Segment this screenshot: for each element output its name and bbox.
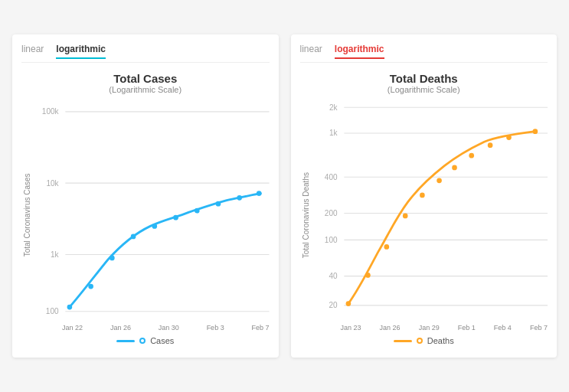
cases-dot-2	[88, 284, 93, 289]
deaths-legend-label: Deaths	[427, 336, 454, 345]
deaths-x-label-2: Jan 26	[380, 324, 401, 332]
cases-svg-area: 100k 10k 1k 100	[31, 99, 270, 322]
cases-chart-area: Total Coronavirus Cases 100k 10k 1k 100	[21, 99, 270, 332]
deaths-subtitle: (Logarithmic Scale)	[300, 85, 548, 94]
cases-dot-6	[173, 215, 178, 220]
svg-text:200: 200	[324, 209, 337, 217]
deaths-tab-log[interactable]: logarithmic	[335, 44, 384, 59]
deaths-title: Total Deaths	[300, 72, 548, 85]
cases-dot-5	[152, 224, 157, 229]
deaths-dot-10	[506, 135, 512, 140]
cases-dot-1	[67, 305, 73, 310]
svg-text:2k: 2k	[329, 103, 337, 111]
svg-text:100k: 100k	[42, 107, 60, 116]
svg-text:10k: 10k	[46, 178, 59, 187]
deaths-dot-4	[402, 213, 407, 218]
svg-text:100: 100	[46, 307, 59, 315]
cases-dot-7	[195, 208, 200, 214]
cases-x-label-3: Jan 30	[159, 324, 179, 332]
deaths-x-label-6: Feb 7	[530, 324, 548, 332]
svg-text:1k: 1k	[329, 129, 337, 137]
cases-y-label: Total Coronavirus Cases	[21, 99, 31, 332]
deaths-tab-linear[interactable]: linear	[300, 44, 322, 59]
deaths-legend-dot	[417, 338, 423, 344]
deaths-line	[348, 132, 535, 304]
cases-x-label-5: Feb 7	[251, 324, 269, 332]
deaths-dot-6	[437, 178, 442, 183]
cases-dot-10	[257, 191, 262, 196]
deaths-legend-line	[394, 340, 412, 342]
deaths-tab-row: linear logarithmic	[300, 44, 548, 63]
deaths-x-label-1: Jan 23	[341, 324, 361, 332]
deaths-dot-7	[452, 165, 457, 170]
cases-dot-4	[131, 234, 136, 239]
deaths-dot-5	[420, 192, 425, 198]
cases-dot-9	[237, 195, 242, 201]
cases-chart-inner: 100k 10k 1k 100	[31, 99, 270, 332]
cases-title: Total Cases	[21, 72, 270, 85]
deaths-legend: Deaths	[300, 336, 548, 345]
cases-svg: 100k 10k 1k 100	[31, 99, 270, 322]
deaths-chart-area: Total Coronavirus Deaths 2k 1k	[300, 99, 548, 332]
deaths-dot-3	[384, 244, 389, 250]
deaths-chart-card: linear logarithmic Total Deaths (Logarit…	[291, 34, 558, 358]
deaths-chart-inner: 2k 1k 400 200 100 40 20	[310, 99, 548, 332]
cases-tab-linear[interactable]: linear	[21, 44, 44, 59]
deaths-dot-8	[469, 153, 474, 158]
cases-dot-3	[110, 255, 115, 260]
deaths-dot-2	[365, 273, 371, 278]
cases-x-labels: Jan 22 Jan 26 Jan 30 Feb 3 Feb 7	[31, 322, 270, 332]
cases-legend-line	[116, 340, 135, 342]
cases-legend-dot	[139, 338, 146, 344]
svg-text:40: 40	[329, 272, 337, 280]
cases-tab-log[interactable]: logarithmic	[56, 44, 106, 59]
cases-line	[70, 194, 261, 307]
deaths-x-labels: Jan 23 Jan 26 Jan 29 Feb 1 Feb 4 Feb 7	[310, 322, 548, 332]
cases-x-label-1: Jan 22	[62, 324, 83, 332]
deaths-dot-1	[345, 301, 351, 306]
deaths-x-label-3: Jan 29	[419, 324, 440, 332]
deaths-svg: 2k 1k 400 200 100 40 20	[310, 99, 548, 322]
cases-x-label-2: Jan 26	[110, 324, 131, 332]
cases-tab-row: linear logarithmic	[21, 44, 270, 63]
cases-legend-label: Cases	[150, 336, 174, 345]
charts-container: linear logarithmic Total Cases (Logarith…	[0, 22, 569, 370]
deaths-svg-area: 2k 1k 400 200 100 40 20	[310, 99, 548, 322]
deaths-x-label-5: Feb 4	[494, 324, 512, 332]
deaths-dot-9	[487, 142, 492, 148]
cases-chart-card: linear logarithmic Total Cases (Logarith…	[12, 34, 279, 358]
cases-subtitle: (Logarithmic Scale)	[21, 85, 270, 94]
deaths-x-label-4: Feb 1	[458, 324, 476, 332]
cases-dot-8	[216, 201, 221, 207]
svg-text:400: 400	[324, 172, 337, 181]
svg-text:1k: 1k	[51, 250, 59, 259]
cases-legend: Cases	[21, 336, 270, 345]
svg-text:100: 100	[324, 236, 337, 244]
cases-x-label-4: Feb 3	[207, 324, 224, 332]
svg-text:20: 20	[329, 301, 337, 309]
deaths-y-label: Total Coronavirus Deaths	[300, 99, 310, 332]
deaths-dot-11	[532, 129, 538, 134]
